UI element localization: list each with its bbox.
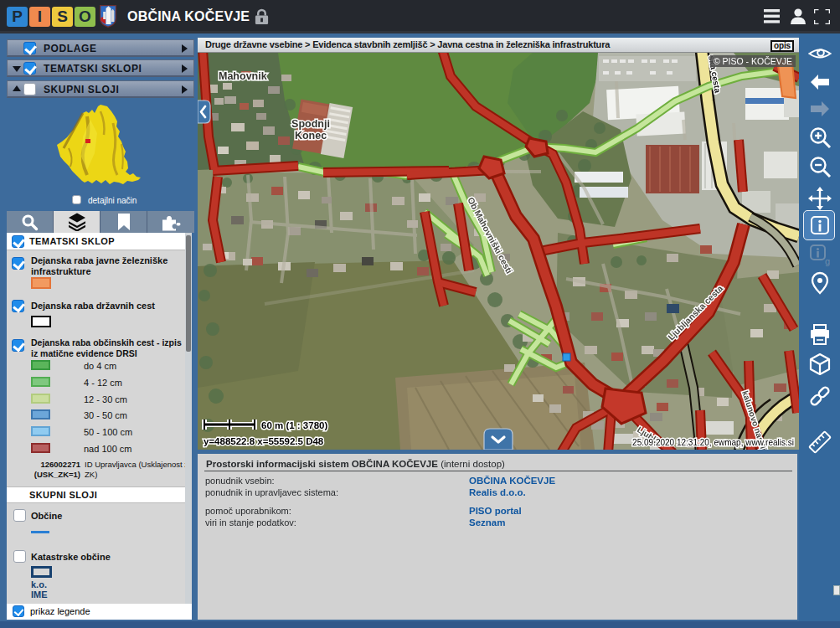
svg-text:Mahovnik: Mahovnik bbox=[219, 70, 267, 82]
svg-text:25.09.2020 12:31:20, ewmap, ww: 25.09.2020 12:31:20, ewmap, www.realis.s… bbox=[632, 438, 794, 447]
svg-text:Spodnji: Spodnji bbox=[291, 118, 330, 130]
svg-text:© PISO - KOČEVJE: © PISO - KOČEVJE bbox=[714, 56, 792, 66]
svg-text:y=488522.8 x=55592.5 D48: y=488522.8 x=55592.5 D48 bbox=[204, 436, 324, 446]
svg-text:g: g bbox=[825, 256, 830, 266]
svg-text:Konec: Konec bbox=[295, 130, 327, 142]
svg-text:60 m (1 : 3780): 60 m (1 : 3780) bbox=[261, 420, 327, 430]
